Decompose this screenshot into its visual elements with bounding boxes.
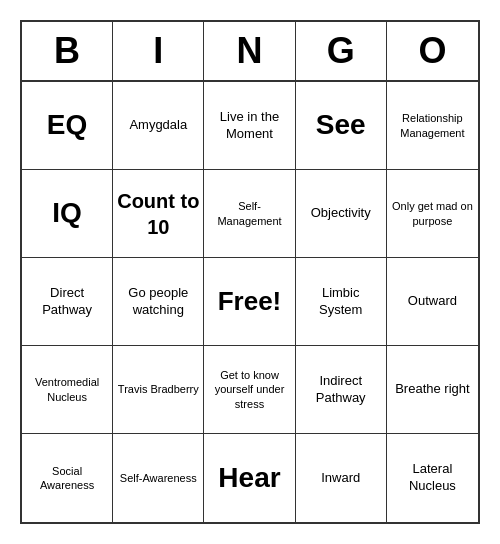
- bingo-cell: EQ: [22, 82, 113, 170]
- bingo-cell: See: [296, 82, 387, 170]
- bingo-cell: Objectivity: [296, 170, 387, 258]
- bingo-cell: IQ: [22, 170, 113, 258]
- header-letter: G: [296, 22, 387, 80]
- bingo-cell: Outward: [387, 258, 478, 346]
- bingo-cell: Only get mad on purpose: [387, 170, 478, 258]
- bingo-cell: Self-Awareness: [113, 434, 204, 522]
- bingo-cell: Relationship Management: [387, 82, 478, 170]
- bingo-card: BINGO EQAmygdalaLive in the MomentSeeRel…: [20, 20, 480, 524]
- bingo-header: BINGO: [22, 22, 478, 82]
- bingo-cell: Self-Management: [204, 170, 295, 258]
- bingo-cell: Live in the Moment: [204, 82, 295, 170]
- bingo-cell: Breathe right: [387, 346, 478, 434]
- header-letter: N: [204, 22, 295, 80]
- bingo-cell: Ventromedial Nucleus: [22, 346, 113, 434]
- header-letter: O: [387, 22, 478, 80]
- bingo-cell: Inward: [296, 434, 387, 522]
- bingo-grid: EQAmygdalaLive in the MomentSeeRelations…: [22, 82, 478, 522]
- bingo-cell: Get to know yourself under stress: [204, 346, 295, 434]
- bingo-cell: Hear: [204, 434, 295, 522]
- bingo-cell: Limbic System: [296, 258, 387, 346]
- bingo-cell: Free!: [204, 258, 295, 346]
- bingo-cell: Direct Pathway: [22, 258, 113, 346]
- bingo-cell: Social Awareness: [22, 434, 113, 522]
- bingo-cell: Travis Bradberry: [113, 346, 204, 434]
- bingo-cell: Indirect Pathway: [296, 346, 387, 434]
- bingo-cell: Amygdala: [113, 82, 204, 170]
- bingo-cell: Count to 10: [113, 170, 204, 258]
- bingo-cell: Lateral Nucleus: [387, 434, 478, 522]
- header-letter: I: [113, 22, 204, 80]
- header-letter: B: [22, 22, 113, 80]
- bingo-cell: Go people watching: [113, 258, 204, 346]
